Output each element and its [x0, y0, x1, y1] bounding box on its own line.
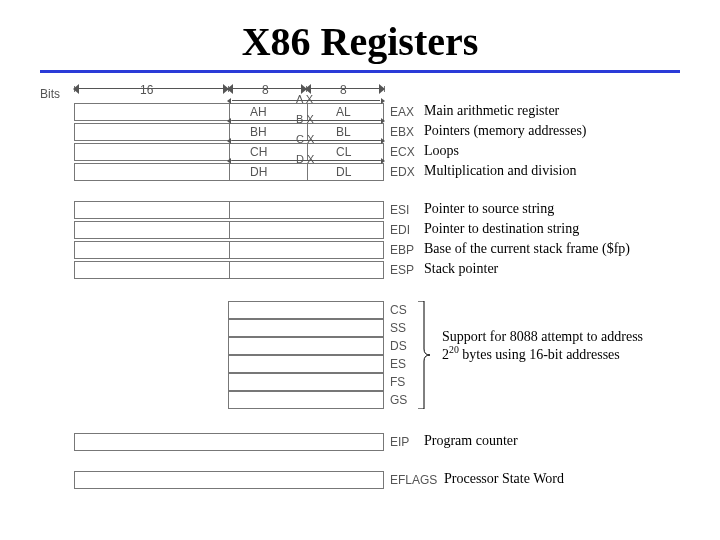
ecx-desc: Loops: [424, 143, 459, 159]
reg-fs-box: [228, 373, 384, 391]
dl-label: DL: [336, 165, 351, 179]
segment-note: Support for 8088 attempt to address 220 …: [442, 328, 662, 363]
reg-eflags-box: [74, 471, 384, 489]
es-name: ES: [390, 357, 406, 371]
reg-esp-box: [74, 261, 384, 279]
ss-name: SS: [390, 321, 406, 335]
bl-label: BL: [336, 125, 351, 139]
al-label: AL: [336, 105, 351, 119]
esp-name: ESP: [390, 263, 414, 277]
ch-label: CH: [250, 145, 267, 159]
eflags-name: EFLAGS: [390, 473, 437, 487]
cl-label: CL: [336, 145, 351, 159]
ax-label: A X: [296, 93, 313, 105]
esi-name: ESI: [390, 203, 409, 217]
esi-desc: Pointer to source string: [424, 201, 554, 217]
ah-label: AH: [250, 105, 267, 119]
segment-note-sup: 20: [449, 344, 459, 355]
gs-name: GS: [390, 393, 407, 407]
ecx-name: ECX: [390, 145, 415, 159]
slide: X86 Registers Bits 16 8 8 A: [0, 0, 720, 540]
ebx-name: EBX: [390, 125, 414, 139]
brace-icon: [416, 301, 432, 409]
dx-label: D X: [296, 153, 314, 165]
seg-8b: 8: [340, 83, 347, 97]
eflags-desc: Processor State Word: [444, 471, 564, 487]
bh-label: BH: [250, 125, 267, 139]
edx-name: EDX: [390, 165, 415, 179]
reg-edi-box: [74, 221, 384, 239]
seg-16: 16: [140, 83, 153, 97]
eax-desc: Main arithmetic register: [424, 103, 559, 119]
ds-name: DS: [390, 339, 407, 353]
edi-name: EDI: [390, 223, 410, 237]
eip-name: EIP: [390, 435, 409, 449]
eip-desc: Program counter: [424, 433, 518, 449]
fs-name: FS: [390, 375, 405, 389]
reg-ss-box: [228, 319, 384, 337]
segment-note-post: bytes using 16-bit addresses: [459, 347, 620, 362]
cx-label: C X: [296, 133, 314, 145]
reg-esi-box: [74, 201, 384, 219]
bits-label: Bits: [40, 87, 60, 101]
reg-ds-box: [228, 337, 384, 355]
eax-name: EAX: [390, 105, 414, 119]
reg-cs-box: [228, 301, 384, 319]
esp-desc: Stack pointer: [424, 261, 498, 277]
reg-ebp-box: [74, 241, 384, 259]
dh-label: DH: [250, 165, 267, 179]
seg-8a: 8: [262, 83, 269, 97]
ebp-name: EBP: [390, 243, 414, 257]
reg-gs-box: [228, 391, 384, 409]
title-rule: [40, 70, 680, 73]
edx-desc: Multiplication and division: [424, 163, 576, 179]
page-title: X86 Registers: [40, 20, 680, 64]
diagram: Bits 16 8 8 A X AH AL EAX Main: [40, 83, 680, 533]
reg-es-box: [228, 355, 384, 373]
ebx-desc: Pointers (memory addresses): [424, 123, 587, 139]
edi-desc: Pointer to destination string: [424, 221, 579, 237]
ebp-desc: Base of the current stack frame ($fp): [424, 241, 630, 257]
cs-name: CS: [390, 303, 407, 317]
reg-eip-box: [74, 433, 384, 451]
bx-label: B X: [296, 113, 314, 125]
